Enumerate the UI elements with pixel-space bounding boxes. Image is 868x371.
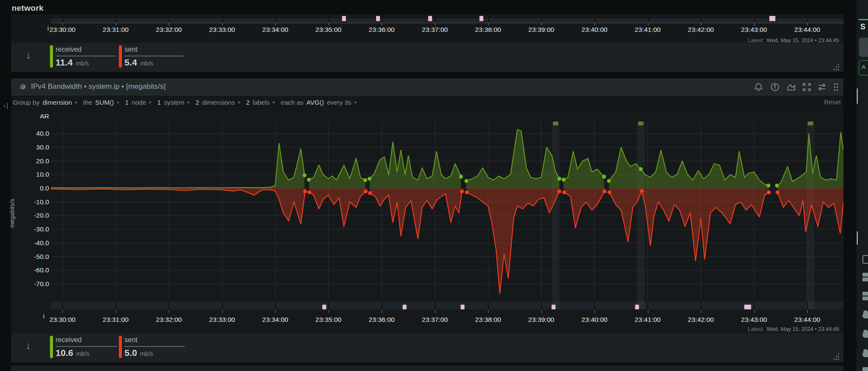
toolbar-term[interactable]: the: [83, 99, 92, 106]
x-tick-label: 23:32:00: [143, 26, 195, 34]
x-tick: [594, 310, 595, 313]
sidebar-button[interactable]: [859, 37, 868, 57]
legend-dimension-label[interactable]: received: [56, 336, 81, 344]
bandwidth-plot[interactable]: [51, 122, 843, 309]
x-tick: [62, 310, 63, 313]
toolbar-term[interactable]: Group by: [13, 99, 40, 106]
x-tick-label: 23:37:00: [409, 316, 461, 324]
toolbar-term[interactable]: 2: [246, 99, 249, 106]
toolbar-term[interactable]: system: [164, 99, 184, 106]
x-tick-label: 23:41:00: [622, 26, 674, 34]
chevron-down-icon[interactable]: ▾: [75, 100, 77, 105]
legend-underline: [124, 56, 184, 56]
toolbar-term[interactable]: every 3s: [327, 99, 352, 106]
sidebar-badge-button[interactable]: A: [859, 60, 868, 75]
x-tick-label: 23:44:00: [781, 316, 833, 324]
disks-icon[interactable]: [862, 292, 868, 296]
toolbar-term[interactable]: 1: [125, 99, 128, 106]
legend-value: 10.6mb/s: [56, 348, 89, 358]
legend-dimension-label[interactable]: sent: [124, 46, 137, 53]
anomaly-marker[interactable]: [342, 16, 346, 21]
info-icon[interactable]: [770, 82, 780, 92]
memory-icon[interactable]: [862, 277, 868, 281]
toolbar-term[interactable]: SUM(): [95, 99, 114, 106]
main-chart-panel: IPv4 Bandwidth • system.ip • [megabits/s…: [11, 78, 843, 358]
drag-grid-icon[interactable]: [831, 82, 841, 92]
y-tick-label: -40.0: [15, 239, 49, 247]
anomaly-marker[interactable]: [428, 16, 432, 21]
chevron-down-icon[interactable]: ▾: [238, 100, 240, 105]
legend-dimension-label[interactable]: received: [56, 46, 81, 53]
chevron-down-icon[interactable]: ▾: [355, 100, 357, 105]
sent-color-bar: [119, 336, 122, 358]
resize-handle[interactable]: [833, 353, 840, 360]
x-tick: [488, 23, 488, 25]
legend-unit: mb/s: [76, 60, 89, 67]
legend-item-received[interactable]: received 11.4mb/s: [50, 44, 115, 69]
chevron-down-icon[interactable]: ▾: [273, 100, 275, 105]
toolbar-term[interactable]: 1: [157, 99, 161, 106]
x-tick: [222, 310, 223, 313]
toolbar-term[interactable]: 2: [196, 99, 199, 106]
x-tick: [701, 23, 701, 25]
chevron-down-icon[interactable]: ▾: [149, 100, 151, 105]
scrollbar-thumb[interactable]: [857, 231, 858, 245]
top-chart-panel: i 23:30:0023:31:0023:32:0023:33:0023:34:…: [11, 14, 843, 72]
x-tick: [329, 310, 329, 313]
anomaly-marker[interactable]: [376, 16, 380, 21]
x-tick: [62, 23, 63, 25]
disks-icon[interactable]: [862, 296, 868, 300]
x-tick-label: 23:41:00: [622, 316, 674, 324]
legend-value: 5.0mb/s: [124, 348, 153, 358]
reset-button[interactable]: Reset: [824, 98, 841, 106]
chevron-down-icon[interactable]: ▾: [117, 100, 119, 105]
alerts-bell-icon[interactable]: [753, 82, 764, 92]
toolbar-term[interactable]: dimension: [43, 99, 72, 106]
chart-toolbar-items: Group bydimension▾theSUM()▾1node▾1system…: [13, 99, 363, 106]
anomaly-marker[interactable]: [479, 16, 483, 21]
x-tick-label: 23:43:00: [728, 316, 780, 324]
anomaly-marker[interactable]: [769, 16, 775, 21]
cloud-icon[interactable]: [862, 332, 868, 338]
x-tick: [488, 310, 488, 313]
filters-sliders-icon[interactable]: [817, 82, 827, 92]
latest-timestamp: Latest:Wed, May 15, 2024 • 23:44:45: [748, 37, 839, 44]
x-tick-label: 23:37:00: [409, 26, 461, 34]
y-tick-label: 10.0: [15, 171, 49, 178]
resize-handle[interactable]: [833, 64, 840, 71]
chevron-down-icon[interactable]: ▾: [187, 100, 190, 105]
legend-item-sent[interactable]: sent 5.4mb/s: [119, 44, 184, 69]
x-tick: [435, 310, 436, 313]
cloud-icon[interactable]: [862, 352, 868, 357]
toolbar-term[interactable]: node: [132, 99, 146, 106]
chart-type-icon[interactable]: [786, 82, 796, 92]
x-tick: [754, 310, 755, 313]
toolbar-term[interactable]: labels: [253, 99, 270, 106]
toolbar-term[interactable]: dimensions: [202, 99, 235, 106]
scrollbar-thumb[interactable]: [857, 88, 858, 104]
x-tick-label: 23:44:00: [781, 26, 833, 34]
chart-toolbar: Group bydimension▾theSUM()▾1node▾1system…: [11, 96, 843, 110]
y-tick-label: -30.0: [15, 225, 49, 233]
chart-drag-leaf-icon[interactable]: [19, 83, 27, 93]
x-tick: [275, 310, 276, 313]
network-icon[interactable]: [862, 367, 868, 371]
legend-item-sent[interactable]: sent 5.0mb/s: [119, 335, 184, 359]
top-chart-plot-bottom[interactable]: [51, 14, 843, 23]
cpu-icon[interactable]: [862, 255, 868, 264]
x-tick: [169, 23, 169, 25]
x-tick-label: 23:38:00: [462, 26, 514, 34]
fullscreen-icon[interactable]: [802, 82, 812, 92]
toolbar-term[interactable]: AVG(): [306, 99, 324, 106]
legend-item-received[interactable]: received 10.6mb/s: [50, 335, 115, 359]
x-tick: [648, 310, 648, 313]
top-chart-legend: ↓ received 11.4mb/s sent 5.4mb/s: [11, 43, 843, 72]
x-tick-label: 23:43:00: [728, 26, 780, 34]
x-tick: [541, 23, 542, 25]
cloud-icon[interactable]: [862, 313, 868, 318]
legend-dimension-label[interactable]: sent: [124, 336, 137, 344]
toolbar-term[interactable]: each as: [281, 99, 304, 106]
latest-label: Latest:: [748, 37, 764, 44]
memory-icon[interactable]: [862, 273, 868, 277]
collapse-filters-icon[interactable]: ›|: [3, 102, 9, 109]
